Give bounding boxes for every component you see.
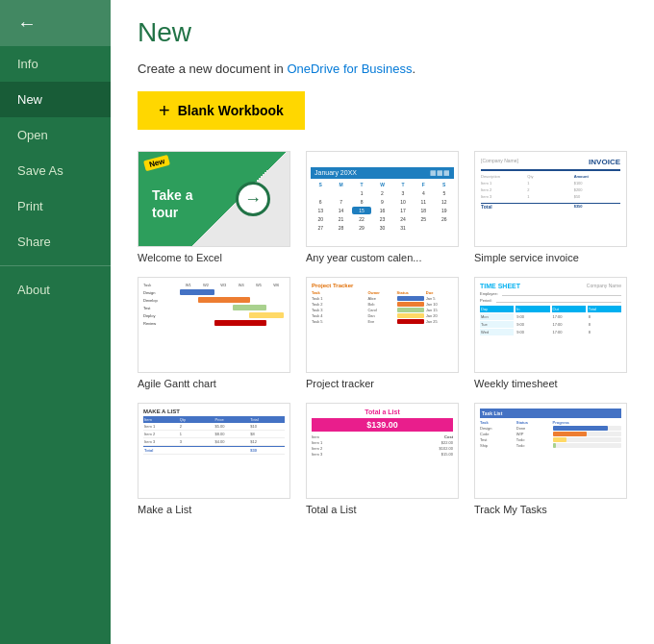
project-title: Project Tracker — [312, 283, 453, 288]
sidebar-item-share[interactable]: Share — [0, 224, 111, 260]
template-label-total: Total a List — [306, 504, 357, 515]
template-thumb-welcome: New Take atour → — [138, 151, 290, 247]
template-tasks[interactable]: Task List Task Status Progress Design Do… — [474, 403, 627, 515]
plus-icon: + — [159, 101, 170, 120]
sidebar-item-open[interactable]: Open — [0, 117, 111, 153]
template-thumb-project: Project Tracker Task Owner Status Due Ta… — [306, 277, 459, 373]
sidebar-item-label: Share — [17, 235, 51, 249]
template-label-invoice: Simple service invoice — [474, 252, 579, 263]
sidebar-item-label: New — [17, 92, 42, 107]
sidebar-item-info[interactable]: Info — [0, 46, 111, 82]
sidebar: ← Info New Open Save As Print Share Abou… — [0, 0, 111, 644]
template-thumb-timesheet: TIME SHEET Company Name Employee: Period… — [474, 277, 627, 373]
template-welcome[interactable]: New Take atour → Welcome to Excel — [138, 151, 290, 263]
sidebar-item-new[interactable]: New — [0, 82, 111, 117]
main-content: New Create a new document in OneDrive fo… — [111, 0, 654, 644]
template-thumb-tasks: Task List Task Status Progress Design Do… — [474, 403, 627, 499]
template-label-timesheet: Weekly timesheet — [474, 378, 558, 389]
template-label-welcome: Welcome to Excel — [138, 252, 222, 263]
onedrive-link[interactable]: OneDrive for Business — [287, 62, 412, 76]
template-timesheet[interactable]: TIME SHEET Company Name Employee: Period… — [474, 277, 627, 389]
back-icon: ← — [17, 12, 37, 35]
sidebar-item-print[interactable]: Print — [0, 188, 111, 224]
sidebar-item-about[interactable]: About — [0, 272, 111, 308]
sidebar-item-label: Save As — [17, 163, 63, 178]
new-badge: New — [143, 155, 170, 171]
template-label-list: Make a List — [138, 504, 191, 515]
subtitle-text: Create a new document in — [138, 62, 287, 76]
cal-header: January 20XX ▦▦▦ — [311, 167, 454, 179]
sidebar-item-label: Print — [17, 199, 43, 213]
subtitle: Create a new document in OneDrive for Bu… — [138, 62, 627, 76]
template-invoice[interactable]: [Company Name] INVOICE DescriptionQtyAmo… — [474, 151, 627, 263]
welcome-text: Take atour — [152, 186, 193, 221]
sidebar-divider — [0, 265, 111, 266]
cal-grid: SMTWTFS 12345 6789101112 13141516171819 … — [311, 181, 454, 232]
back-button[interactable]: ← — [0, 0, 111, 46]
template-thumb-total: Total a List $139.00 Item Cost Item 1 $2… — [306, 403, 459, 499]
welcome-arrow-icon: → — [236, 182, 270, 216]
blank-workbook-button[interactable]: + Blank Workbook — [138, 91, 305, 130]
template-gantt[interactable]: Task W1 W2 W3 W4 W5 W6 Design — [138, 277, 290, 389]
template-label-gantt: Agile Gantt chart — [138, 378, 216, 389]
sidebar-item-label: Info — [17, 57, 38, 71]
template-label-project: Project tracker — [306, 378, 374, 389]
subtitle-period: . — [412, 62, 415, 76]
sidebar-item-label: Open — [17, 128, 48, 142]
templates-grid: New Take atour → Welcome to Excel Januar… — [138, 151, 627, 515]
template-thumb-calendar: January 20XX ▦▦▦ SMTWTFS 12345 678910111… — [306, 151, 459, 247]
sidebar-item-label: About — [17, 283, 50, 297]
blank-workbook-label: Blank Workbook — [178, 103, 284, 118]
sidebar-item-save-as[interactable]: Save As — [0, 153, 111, 188]
template-thumb-list: MAKE A LIST Item Qty Price Total Item 1 … — [138, 403, 290, 499]
template-label-calendar: Any year custom calen... — [306, 252, 421, 263]
template-thumb-gantt: Task W1 W2 W3 W4 W5 W6 Design — [138, 277, 290, 373]
template-calendar[interactable]: January 20XX ▦▦▦ SMTWTFS 12345 678910111… — [306, 151, 459, 263]
template-thumb-invoice: [Company Name] INVOICE DescriptionQtyAmo… — [474, 151, 627, 247]
page-title: New — [138, 17, 627, 48]
template-label-tasks: Track My Tasks — [474, 504, 547, 515]
template-total[interactable]: Total a List $139.00 Item Cost Item 1 $2… — [306, 403, 459, 515]
template-list[interactable]: MAKE A LIST Item Qty Price Total Item 1 … — [138, 403, 290, 515]
template-project[interactable]: Project Tracker Task Owner Status Due Ta… — [306, 277, 459, 389]
